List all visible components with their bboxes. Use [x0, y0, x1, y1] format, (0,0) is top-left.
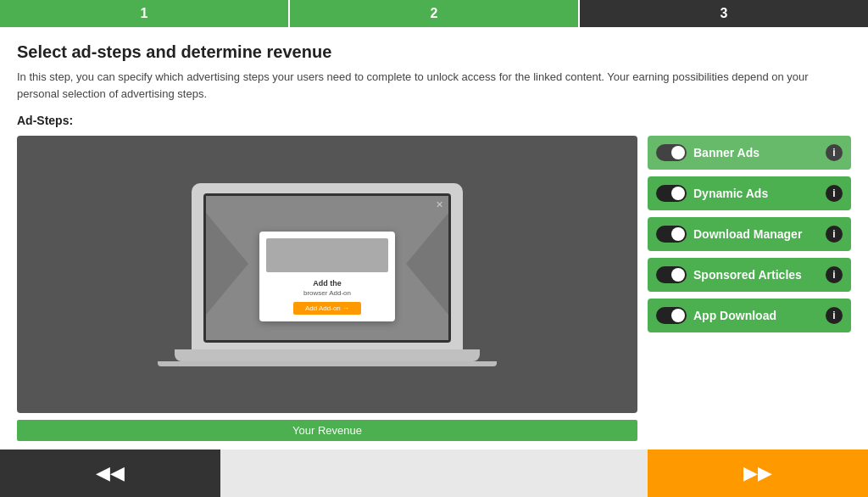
toggle-switch-download-manager[interactable] — [656, 226, 687, 243]
step-bar: 1 2 3 — [0, 0, 868, 27]
toggle-label-banner-ads: Banner Ads — [693, 146, 819, 159]
preview-panel: ✕ Add the browser Add-on Add Add-on → — [17, 136, 637, 413]
toggle-label-dynamic-ads: Dynamic Ads — [693, 187, 819, 200]
laptop-screen-border: ✕ Add the browser Add-on Add Add-on → — [203, 193, 451, 343]
ad-steps-label: Ad-Steps: — [17, 114, 851, 127]
toggle-label-download-manager: Download Manager — [693, 227, 819, 241]
section-title: Select ad-steps and determine revenue — [17, 42, 851, 62]
ad-steps-container: ✕ Add the browser Add-on Add Add-on → — [17, 136, 851, 441]
next-button[interactable]: ▶▶ — [648, 450, 868, 497]
info-icon-sponsored-articles[interactable]: i — [826, 266, 843, 283]
toggle-sponsored-articles[interactable]: Sponsored Articles i — [648, 258, 851, 292]
preview-wrapper: ✕ Add the browser Add-on Add Add-on → — [17, 136, 637, 441]
laptop-screen: ✕ Add the browser Add-on Add Add-on → — [206, 196, 448, 340]
revenue-bar: Your Revenue — [17, 420, 637, 441]
dialog-title: Add the — [266, 279, 388, 288]
info-icon-banner-ads[interactable]: i — [826, 144, 843, 161]
toggle-switch-sponsored-articles[interactable] — [656, 266, 687, 283]
toggle-knob-dynamic-ads — [671, 187, 685, 200]
dialog-subtitle: browser Add-on — [266, 289, 388, 297]
footer: ◀◀ ▶▶ — [0, 450, 868, 497]
toggle-knob-banner-ads — [671, 146, 685, 159]
info-icon-app-download[interactable]: i — [826, 307, 843, 324]
toggle-knob-sponsored-articles — [671, 268, 685, 282]
footer-spacer — [220, 450, 648, 497]
toggle-label-sponsored-articles: Sponsored Articles — [693, 268, 819, 282]
info-icon-download-manager[interactable]: i — [826, 226, 843, 243]
laptop-foot — [158, 361, 497, 366]
dialog-button[interactable]: Add Add-on → — [293, 302, 361, 315]
main-content: Select ad-steps and determine revenue In… — [0, 27, 868, 450]
info-icon-dynamic-ads[interactable]: i — [826, 185, 843, 202]
close-icon[interactable]: ✕ — [436, 199, 443, 210]
toggle-dynamic-ads[interactable]: Dynamic Ads i — [648, 176, 851, 210]
toggle-banner-ads[interactable]: Banner Ads i — [648, 136, 851, 170]
toggle-label-app-download: App Download — [693, 309, 819, 322]
toggle-switch-app-download[interactable] — [656, 307, 687, 324]
dialog-box: Add the browser Add-on Add Add-on → — [259, 232, 395, 321]
back-icon: ◀◀ — [96, 462, 125, 484]
next-icon: ▶▶ — [743, 462, 772, 484]
toggle-download-manager[interactable]: Download Manager i — [648, 217, 851, 251]
toggle-knob-download-manager — [671, 227, 685, 241]
dialog-gray-bar — [266, 238, 388, 272]
toggle-app-download[interactable]: App Download i — [648, 299, 851, 332]
laptop-outer: ✕ Add the browser Add-on Add Add-on → — [192, 183, 463, 349]
laptop-base — [175, 349, 480, 361]
section-description: In this step, you can specify which adve… — [17, 69, 851, 102]
step-3[interactable]: 3 — [580, 0, 868, 27]
toggle-knob-app-download — [671, 309, 685, 322]
toggle-switch-dynamic-ads[interactable] — [656, 185, 687, 202]
step-2[interactable]: 2 — [290, 0, 578, 27]
toggle-switch-banner-ads[interactable] — [656, 144, 687, 161]
toggle-panel: Banner Ads i Dynamic Ads i Download Mana… — [648, 136, 851, 441]
step-1[interactable]: 1 — [0, 0, 288, 27]
envelope-left-decoration — [206, 213, 248, 315]
envelope-right-decoration — [406, 213, 448, 315]
back-button[interactable]: ◀◀ — [0, 450, 220, 497]
